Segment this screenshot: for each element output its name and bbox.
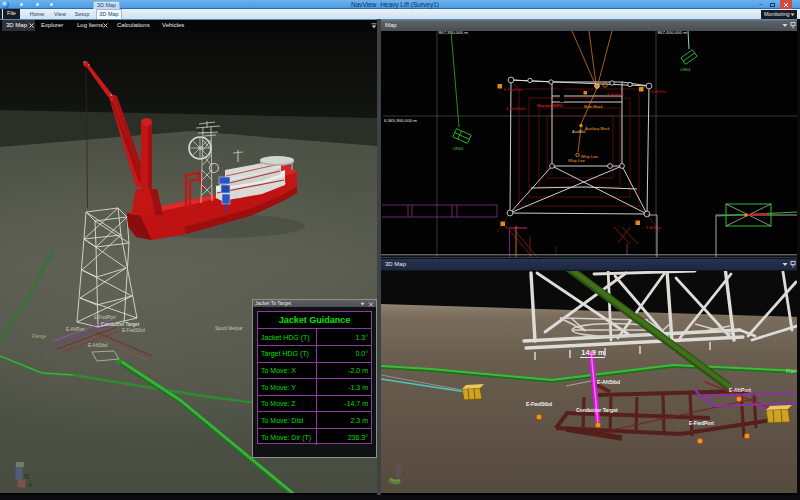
svg-text:E-AftStbd: E-AftStbd	[597, 379, 620, 385]
svg-text:Monitor MRU: Monitor MRU	[537, 103, 563, 108]
svg-text:867,400,000 m: 867,400,000 m	[658, 31, 688, 35]
svg-text:AuxBlk1: AuxBlk1	[572, 130, 586, 134]
svg-text:E-AftPort: E-AftPort	[66, 327, 85, 332]
svg-text:E-AftPort: E-AftPort	[729, 387, 751, 393]
svg-text:E-AftPort: E-AftPort	[646, 226, 662, 230]
svg-text:E-AftStbd: E-AftStbd	[607, 93, 623, 97]
svg-text:Conductor Target: Conductor Target	[576, 407, 618, 413]
svg-text:Spool Wetpar: Spool Wetpar	[215, 326, 243, 331]
svg-text:E-AftStbd: E-AftStbd	[88, 343, 108, 348]
svg-text:E-AftPort: E-AftPort	[651, 90, 667, 94]
svg-text:CH04: CH04	[680, 67, 691, 72]
svg-text:6,565,900,000 m: 6,565,900,000 m	[384, 118, 417, 123]
svg-text:E-FwdPort: E-FwdPort	[94, 315, 116, 320]
svg-text:E-FwdPort: E-FwdPort	[689, 420, 714, 426]
svg-text:Whip Line: Whip Line	[568, 159, 585, 163]
svg-text:Main Block: Main Block	[584, 105, 603, 109]
svg-text:Flange: Flange	[32, 334, 46, 339]
svg-text:UR04: UR04	[453, 146, 464, 151]
svg-text:867,350,000 m: 867,350,000 m	[439, 31, 469, 35]
svg-text:Flan: Flan	[786, 368, 796, 374]
svg-text:E-FwdStbd: E-FwdStbd	[526, 401, 552, 407]
svg-text:Auxiliary Block: Auxiliary Block	[585, 127, 610, 131]
svg-text:14.9 m: 14.9 m	[581, 348, 605, 357]
svg-text:Conductor Target: Conductor Target	[101, 322, 140, 327]
svg-text:E-FwdPort: E-FwdPort	[504, 88, 523, 92]
svg-text:E-FwdStbd: E-FwdStbd	[506, 107, 525, 111]
svg-text:E-FwdStbd: E-FwdStbd	[122, 328, 145, 333]
